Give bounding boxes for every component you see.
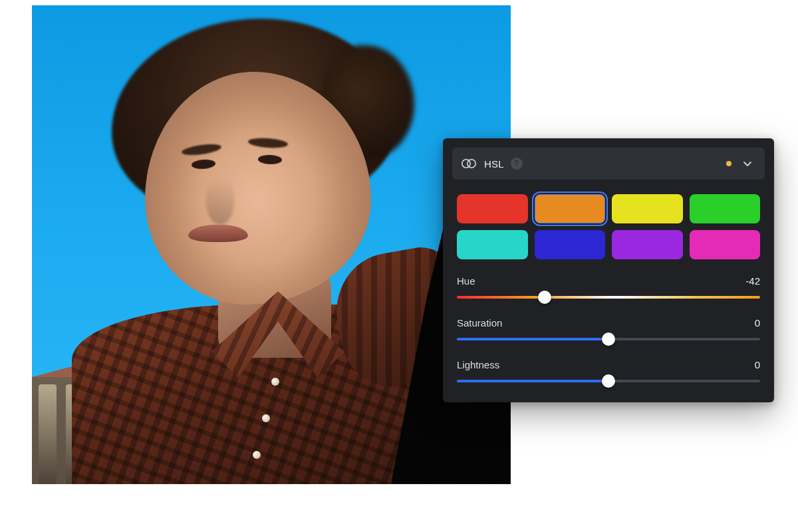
slider-group: Hue -42 Saturation 0 Lightness 0 [457,275,760,382]
hue-slider: Hue -42 [457,275,760,299]
lightness-track[interactable] [457,380,760,382]
panel-header[interactable]: HSL ? [452,148,765,180]
hsl-panel: HSL ? Hue -42 Saturation 0 [443,138,774,402]
chevron-down-icon[interactable] [739,156,755,172]
hue-thumb[interactable] [538,291,551,304]
lightness-value[interactable]: 0 [755,359,760,370]
saturation-thumb[interactable] [602,332,615,346]
preview-photo [32,5,511,484]
panel-title: HSL [484,158,504,170]
saturation-value[interactable]: 0 [755,317,760,329]
swatch-orange[interactable] [535,194,606,223]
lightness-slider: Lightness 0 [457,359,760,382]
swatch-purple[interactable] [612,230,683,259]
saturation-label: Saturation [457,317,502,329]
saturation-track[interactable] [457,338,760,340]
modified-indicator-icon [726,161,732,166]
color-swatch-grid [457,194,760,259]
lightness-label: Lightness [457,359,499,370]
swatch-aqua[interactable] [457,230,528,259]
help-icon[interactable]: ? [511,158,523,170]
hue-label: Hue [457,275,475,287]
hue-value[interactable]: -42 [745,275,760,287]
lightness-thumb[interactable] [602,374,615,388]
saturation-fill [457,338,608,340]
swatch-magenta[interactable] [690,230,761,259]
swatch-yellow[interactable] [612,194,683,223]
swatch-green[interactable] [690,194,761,223]
mask-icon [462,158,476,169]
saturation-slider: Saturation 0 [457,317,760,340]
lightness-fill [457,380,608,382]
svg-point-1 [467,160,475,168]
hue-track[interactable] [457,296,760,299]
swatch-red[interactable] [457,194,528,223]
swatch-blue[interactable] [535,230,606,259]
